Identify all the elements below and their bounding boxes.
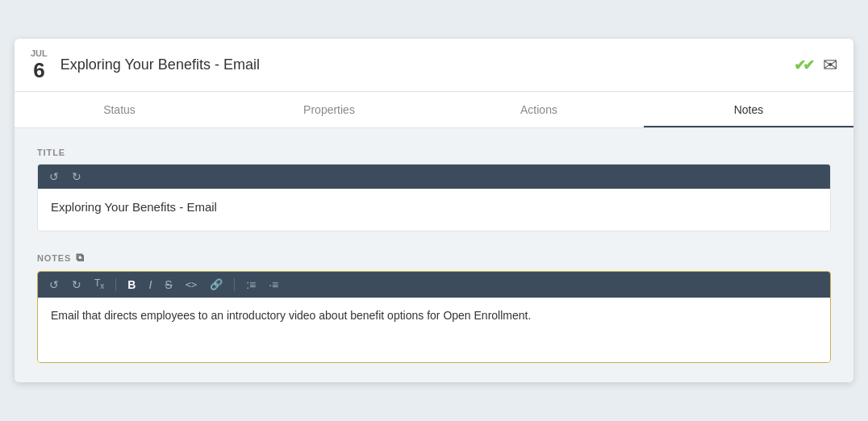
title-toolbar: ↺ ↻ <box>38 165 830 189</box>
notes-unordered-list-button[interactable]: ·≡ <box>265 277 282 292</box>
notes-bold-button[interactable]: B <box>124 277 139 292</box>
notes-clear-format-button[interactable]: Tx <box>91 277 107 292</box>
toolbar-separator-1 <box>115 278 116 291</box>
toolbar-separator-2 <box>234 278 235 291</box>
header-icons: ✔✔ ✉ <box>794 55 837 76</box>
notes-editor-body[interactable]: Email that directs employees to an intro… <box>38 298 830 362</box>
notes-ordered-list-button[interactable]: :≡ <box>243 277 259 292</box>
title-undo-button[interactable]: ↺ <box>46 169 62 184</box>
date-badge: JUL 6 <box>31 48 48 81</box>
title-redo-button[interactable]: ↻ <box>69 169 85 184</box>
header: JUL 6 Exploring Your Benefits - Email ✔✔… <box>15 39 853 92</box>
clipboard-icon[interactable]: ⧉ <box>76 251 85 265</box>
complete-icon[interactable]: ✔✔ <box>794 56 812 74</box>
notes-redo-button[interactable]: ↻ <box>69 277 85 292</box>
date-month: JUL <box>31 48 48 58</box>
notes-section-label: NOTES ⧉ <box>37 251 831 265</box>
notes-toolbar: ↺ ↻ Tx B I S <> 🔗 :≡ ·≡ <box>38 272 830 297</box>
notes-editor-block: ↺ ↻ Tx B I S <> 🔗 :≡ ·≡ Email that direc… <box>37 271 831 362</box>
title-section-label: TITLE <box>37 148 831 157</box>
tabs-bar: Status Properties Actions Notes <box>15 92 853 128</box>
notes-code-button[interactable]: <> <box>182 278 200 291</box>
tab-notes[interactable]: Notes <box>644 92 853 127</box>
header-title: Exploring Your Benefits - Email <box>61 56 260 73</box>
tab-properties[interactable]: Properties <box>224 92 434 127</box>
notes-link-button[interactable]: 🔗 <box>207 277 226 291</box>
date-day: 6 <box>33 59 44 82</box>
notes-strikethrough-button[interactable]: S <box>161 277 175 292</box>
header-left: JUL 6 Exploring Your Benefits - Email <box>31 48 260 81</box>
tab-actions[interactable]: Actions <box>434 92 644 127</box>
notes-undo-button[interactable]: ↺ <box>46 277 62 292</box>
notes-italic-button[interactable]: I <box>145 277 155 292</box>
mail-icon[interactable]: ✉ <box>823 55 837 76</box>
title-editor-body[interactable]: Exploring Your Benefits - Email <box>38 189 830 231</box>
title-editor-block: ↺ ↻ Exploring Your Benefits - Email <box>37 164 831 231</box>
main-card: JUL 6 Exploring Your Benefits - Email ✔✔… <box>15 39 853 381</box>
tab-status[interactable]: Status <box>15 92 224 127</box>
content-area: TITLE ↺ ↻ Exploring Your Benefits - Emai… <box>15 128 853 381</box>
